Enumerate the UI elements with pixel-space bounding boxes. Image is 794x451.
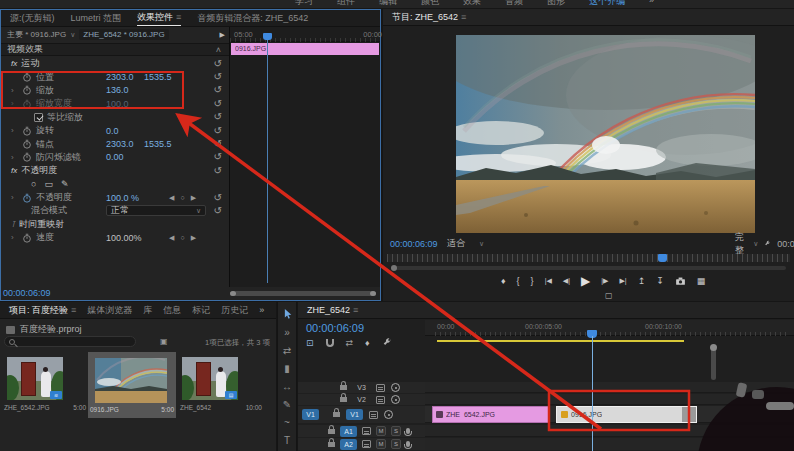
go-to-out-button[interactable]: ▶|	[619, 277, 626, 285]
hand-tool-icon[interactable]: ~	[277, 417, 297, 428]
toggle-animation-stopwatch-icon[interactable]	[22, 233, 32, 243]
position-x-value[interactable]: 2303.0	[106, 72, 134, 82]
track-lock-icon[interactable]	[340, 385, 347, 390]
selection-tool-icon[interactable]	[282, 308, 292, 320]
keyframe-next-icon[interactable]: ▶	[191, 194, 196, 202]
workspace-tab[interactable]: 音频	[505, 0, 523, 8]
anchor-y-value[interactable]: 1535.5	[144, 139, 172, 149]
ripple-edit-tool-icon[interactable]: ⇄	[277, 345, 297, 356]
settings-wrench-icon[interactable]	[764, 239, 771, 249]
position-y-value[interactable]: 1535.5	[144, 72, 172, 82]
track-name-v2[interactable]: V2	[353, 394, 370, 405]
tab-effect-controls[interactable]: 效果控件	[137, 11, 173, 24]
panel-menu-icon[interactable]: ≡	[176, 12, 181, 22]
track-output-eye-icon[interactable]	[384, 410, 393, 419]
tab-lumetri-scopes[interactable]: Lumetri 范围	[71, 12, 122, 25]
panel-menu-icon[interactable]: ≡	[353, 305, 358, 315]
uniform-scale-checkbox[interactable]	[34, 113, 43, 122]
zoom-level-select[interactable]: 适合 ∨	[447, 237, 484, 250]
workspace-tab[interactable]: 学习	[295, 0, 313, 8]
opacity-value[interactable]: 100.0 %	[106, 193, 139, 203]
antiflicker-value[interactable]: 0.00	[106, 152, 124, 162]
timeline-playhead-line[interactable]	[592, 336, 593, 451]
add-marker-icon[interactable]: ♦	[365, 338, 370, 348]
reset-parameter-icon[interactable]: ↺	[214, 85, 222, 95]
toggle-animation-stopwatch-icon[interactable]	[22, 99, 32, 109]
keyframe-next-icon[interactable]: ▶	[191, 234, 196, 242]
blend-mode-row[interactable]: 混合模式 正常 ∨ ↺	[1, 204, 229, 217]
solo-button[interactable]: S	[391, 426, 401, 436]
track-name-a1[interactable]: A1	[340, 426, 357, 437]
reset-parameter-icon[interactable]: ↺	[214, 99, 222, 109]
sync-lock-icon[interactable]	[362, 427, 371, 435]
ellipse-mask-icon[interactable]: ○	[31, 179, 36, 189]
linked-selection-icon[interactable]: ⇄	[346, 338, 354, 348]
opacity-effect-row[interactable]: fx 不透明度 ↺	[1, 164, 229, 177]
program-ruler[interactable]	[387, 254, 790, 262]
speed-row[interactable]: › 速度 100.00% ◀ ○ ▶	[1, 231, 229, 244]
mark-in-button[interactable]: {	[517, 276, 520, 286]
reset-parameter-icon[interactable]: ↺	[214, 206, 222, 216]
lift-button[interactable]: ↥	[638, 276, 646, 286]
position-row[interactable]: 位置 2303.0 1535.5 ↺	[1, 70, 229, 83]
ec-playhead-line[interactable]	[267, 38, 268, 283]
razor-tool-icon[interactable]: ▮	[277, 363, 297, 374]
panel-menu-icon[interactable]: ≡	[461, 12, 466, 22]
workspace-tab-active[interactable]: 这个齐编	[589, 0, 625, 8]
time-remap-section-row[interactable]: ⊺ 时间重映射	[1, 218, 229, 231]
rotation-value[interactable]: 0.0	[106, 126, 119, 136]
ec-current-timecode[interactable]: 00:00:06:09	[3, 288, 51, 298]
panel-overflow-icon[interactable]: »	[259, 305, 264, 315]
toggle-animation-stopwatch-icon[interactable]	[22, 193, 32, 203]
collapse-arrow-icon[interactable]: ˄	[216, 45, 221, 55]
go-to-in-button[interactable]: |◀	[545, 277, 552, 285]
fx-badge-icon[interactable]: fx	[11, 59, 17, 68]
mute-button[interactable]: M	[376, 426, 386, 436]
mute-button[interactable]: M	[376, 439, 386, 449]
search-input[interactable]	[4, 336, 136, 347]
reset-parameter-icon[interactable]: ↺	[214, 166, 222, 176]
program-scrollbar[interactable]	[391, 266, 786, 270]
anchor-x-value[interactable]: 2303.0	[106, 139, 134, 149]
workspace-overflow-icon[interactable]: »	[649, 0, 654, 8]
timeline-clip-1[interactable]: ZHE_6542.JPG	[432, 406, 549, 423]
mark-out-button[interactable]: }	[531, 276, 534, 286]
reset-parameter-icon[interactable]: ↺	[214, 126, 222, 136]
reset-parameter-icon[interactable]: ↺	[214, 193, 222, 203]
tab-media-browser[interactable]: 媒体浏览器	[87, 304, 132, 317]
program-playhead-marker[interactable]	[658, 254, 667, 262]
tab-source-monitor[interactable]: 源:(无剪辑)	[10, 12, 55, 25]
timeline-clip-2-selected[interactable]: 0916.JPG	[556, 406, 697, 423]
reset-parameter-icon[interactable]: ↺	[214, 72, 222, 82]
reset-parameter-icon[interactable]: ↺	[214, 112, 222, 122]
project-item-thumbnail[interactable]: ≋	[7, 357, 63, 400]
uniform-scale-row[interactable]: 等比缩放 ↺	[1, 111, 229, 124]
reset-parameter-icon[interactable]: ↺	[214, 59, 222, 69]
workspace-tab[interactable]: 编辑	[379, 0, 397, 8]
timeline-current-timecode[interactable]: 00:00:06:09	[306, 322, 364, 334]
speed-value[interactable]: 100.00%	[106, 233, 142, 243]
ec-mini-ruler[interactable]: 05:00 00:00	[230, 27, 380, 42]
expand-arrow-icon[interactable]: ›	[11, 193, 18, 202]
tab-info[interactable]: 信息	[163, 304, 181, 317]
export-frame-camera-icon[interactable]	[675, 276, 686, 286]
pen-mask-icon[interactable]: ✎	[61, 179, 69, 189]
motion-effect-row[interactable]: fx 运动 ↺	[1, 57, 229, 70]
expand-arrow-icon[interactable]: ›	[11, 126, 18, 135]
playback-resolution-select[interactable]: 完整	[735, 231, 747, 257]
workspace-tab[interactable]: 效果	[463, 0, 481, 8]
voiceover-mic-icon[interactable]	[406, 441, 410, 447]
scale-width-row[interactable]: › 缩放宽度 100.0 ↺	[1, 97, 229, 110]
track-lock-icon[interactable]	[328, 429, 335, 434]
scale-row[interactable]: › 缩放 136.0 ↺	[1, 84, 229, 97]
track-name-v3[interactable]: V3	[353, 382, 370, 393]
panel-menu-icon[interactable]: ≡	[71, 305, 76, 315]
tab-audio-clip-mixer[interactable]: 音频剪辑混合器: ZHE_6542	[197, 12, 308, 25]
sync-lock-icon[interactable]	[369, 411, 378, 419]
track-name-v1[interactable]: V1	[346, 409, 363, 420]
project-item[interactable]: ≋ ZHE_6542.JPG 5:00	[2, 354, 88, 411]
expand-arrow-icon[interactable]: ›	[11, 233, 18, 242]
keyframe-prev-icon[interactable]: ◀	[169, 194, 174, 202]
tab-program-monitor[interactable]: 节目: ZHE_6542	[392, 11, 458, 24]
extract-button[interactable]: ↧	[656, 276, 664, 286]
